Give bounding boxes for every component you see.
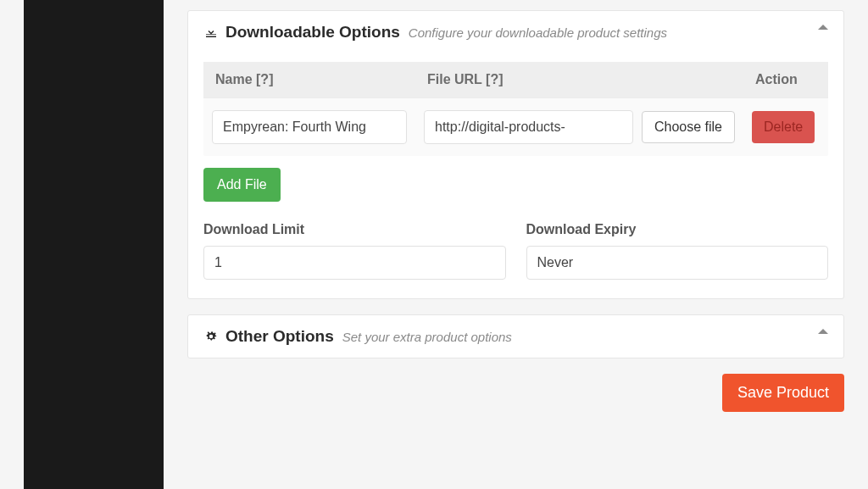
main-content: Downloadable Options Configure your down… — [164, 0, 868, 489]
downloadable-title: Downloadable Options — [225, 23, 400, 42]
column-url: File URL [?] — [415, 62, 743, 98]
column-action: Action — [743, 62, 828, 98]
save-product-button[interactable]: Save Product — [722, 374, 844, 412]
choose-file-button[interactable]: Choose file — [642, 111, 735, 143]
downloadable-body: Name [?] File URL [?] Action — [188, 53, 843, 298]
download-icon — [203, 25, 219, 40]
downloadable-panel-header[interactable]: Downloadable Options Configure your down… — [188, 11, 843, 53]
collapse-caret-icon[interactable] — [818, 329, 828, 334]
other-panel-header[interactable]: Other Options Set your extra product opt… — [188, 315, 843, 358]
file-row: Choose file Delete — [203, 98, 828, 157]
downloadable-options-panel: Downloadable Options Configure your down… — [187, 10, 844, 299]
download-expiry-label: Download Expiry — [526, 222, 829, 237]
download-limit-input[interactable] — [203, 246, 506, 280]
download-limit-label: Download Limit — [203, 222, 506, 237]
gear-icon — [203, 329, 219, 344]
sidebar — [0, 0, 164, 489]
other-subtitle: Set your extra product options — [342, 330, 512, 344]
other-options-panel: Other Options Set your extra product opt… — [187, 314, 844, 358]
file-url-input[interactable] — [424, 110, 633, 144]
file-name-input[interactable] — [212, 110, 407, 144]
column-name: Name [?] — [203, 62, 415, 98]
files-table: Name [?] File URL [?] Action — [203, 62, 828, 156]
add-file-button[interactable]: Add File — [203, 168, 281, 202]
other-title: Other Options — [225, 327, 334, 346]
collapse-caret-icon[interactable] — [818, 25, 828, 30]
download-expiry-input[interactable] — [526, 246, 829, 280]
footer: Save Product — [187, 374, 844, 412]
downloadable-subtitle: Configure your downloadable product sett… — [409, 25, 667, 40]
delete-button[interactable]: Delete — [752, 111, 815, 143]
